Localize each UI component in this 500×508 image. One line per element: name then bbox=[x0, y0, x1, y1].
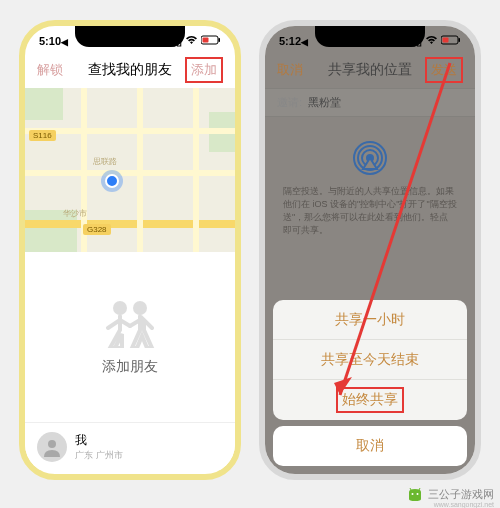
svg-line-18 bbox=[419, 488, 420, 490]
action-sheet: 共享一小时 共享至今天结束 始终共享 取消 bbox=[273, 300, 467, 466]
watermark-url: www.sangongzi.net bbox=[434, 501, 494, 508]
svg-point-16 bbox=[417, 493, 419, 495]
wifi-icon bbox=[185, 35, 198, 47]
back-button[interactable]: 解锁 bbox=[37, 61, 63, 79]
me-label: 我 bbox=[75, 432, 123, 449]
people-icon bbox=[100, 298, 160, 348]
watermark: 三公子游戏网 bbox=[406, 487, 494, 502]
share-until-end-of-day[interactable]: 共享至今天结束 bbox=[273, 340, 467, 380]
hwy-badge: S116 bbox=[29, 130, 56, 141]
hwy-badge: G328 bbox=[83, 224, 111, 235]
battery-icon bbox=[201, 35, 221, 47]
phone-share-location: 5:12◀ ▮▮▮▯ 取消 共享我的位置 发送 邀请: 黑粉堂 bbox=[259, 20, 481, 480]
battery-icon bbox=[441, 35, 461, 47]
svg-point-3 bbox=[113, 301, 127, 315]
svg-point-5 bbox=[48, 440, 56, 448]
airdrop-text: 隔空投送。与附近的人共享位置信息。如果他们在 iOS 设备的"控制中心"打开了"… bbox=[283, 185, 457, 237]
avatar bbox=[37, 432, 67, 462]
me-row[interactable]: 我 广东 广州市 bbox=[25, 422, 235, 470]
city-label: 华沙市 bbox=[63, 208, 87, 219]
map[interactable]: 思联路 华沙市 S116 G328 bbox=[25, 88, 235, 252]
me-location: 广东 广州市 bbox=[75, 449, 123, 462]
empty-state: 添加朋友 bbox=[25, 252, 235, 422]
sheet-cancel-button[interactable]: 取消 bbox=[273, 426, 467, 466]
watermark-brand: 三公子游戏网 bbox=[428, 487, 494, 502]
invite-label: 邀请: bbox=[277, 95, 302, 110]
wifi-icon bbox=[425, 35, 438, 47]
share-indefinitely[interactable]: 始终共享 bbox=[273, 380, 467, 420]
header: 解锁 查找我的朋友 添加 bbox=[25, 52, 235, 88]
header: 取消 共享我的位置 发送 bbox=[265, 52, 475, 88]
invite-row[interactable]: 邀请: 黑粉堂 bbox=[265, 88, 475, 117]
svg-rect-1 bbox=[219, 38, 221, 42]
send-button[interactable]: 发送 bbox=[425, 57, 463, 83]
add-button[interactable]: 添加 bbox=[185, 57, 223, 83]
location-dot bbox=[105, 174, 119, 188]
cancel-button[interactable]: 取消 bbox=[277, 61, 303, 79]
svg-rect-7 bbox=[459, 38, 461, 42]
robot-icon bbox=[406, 488, 424, 502]
notch bbox=[315, 25, 425, 47]
road-label: 思联路 bbox=[93, 156, 117, 167]
share-one-hour[interactable]: 共享一小时 bbox=[273, 300, 467, 340]
notch bbox=[75, 25, 185, 47]
svg-point-15 bbox=[412, 493, 414, 495]
add-friend-button[interactable]: 添加朋友 bbox=[102, 358, 158, 376]
status-time: 5:10◀ bbox=[39, 35, 68, 47]
svg-point-4 bbox=[133, 301, 147, 315]
svg-rect-2 bbox=[203, 38, 209, 43]
svg-rect-8 bbox=[443, 38, 449, 43]
svg-line-17 bbox=[410, 488, 411, 490]
phone-find-friends: 5:10◀ ▮▮▮▯ 解锁 查找我的朋友 添加 bbox=[19, 20, 241, 480]
status-time: 5:12◀ bbox=[279, 35, 308, 47]
airdrop-icon bbox=[351, 139, 389, 177]
airdrop-section: 隔空投送。与附近的人共享位置信息。如果他们在 iOS 设备的"控制中心"打开了"… bbox=[265, 117, 475, 300]
invite-name: 黑粉堂 bbox=[308, 95, 341, 110]
